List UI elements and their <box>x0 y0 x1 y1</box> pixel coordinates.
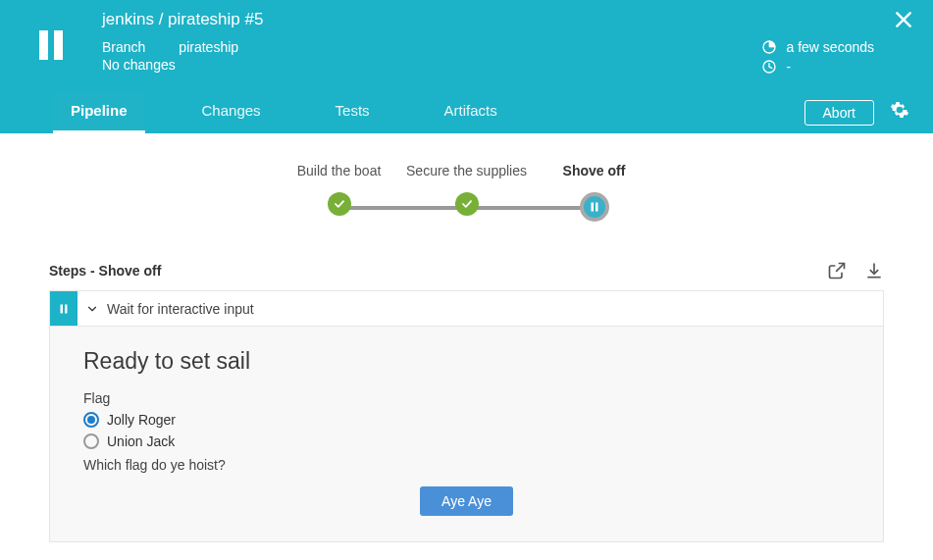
tab-artifacts[interactable]: Artifacts <box>427 92 515 133</box>
svg-rect-6 <box>61 304 64 313</box>
download-icon <box>864 261 884 280</box>
submit-button[interactable]: Aye Aye <box>420 486 513 516</box>
svg-rect-4 <box>591 203 594 212</box>
stage-connector <box>338 206 466 210</box>
radio-label: Jolly Roger <box>107 412 176 428</box>
svg-rect-5 <box>596 203 598 212</box>
radio-label: Union Jack <box>107 433 175 449</box>
changes-text: No changes <box>102 57 238 73</box>
completed-text: - <box>787 59 792 75</box>
svg-rect-1 <box>54 30 63 60</box>
stage-label: Secure the supplies <box>406 163 527 178</box>
tab-label: Pipeline <box>71 102 128 119</box>
tab-tests[interactable]: Tests <box>318 92 388 133</box>
svg-rect-7 <box>65 304 68 313</box>
stage-label: Build the boat <box>297 163 382 178</box>
stage-node[interactable]: Build the boat <box>276 163 403 216</box>
expand-toggle[interactable] <box>78 291 107 326</box>
stage-status-running-icon <box>580 192 609 222</box>
clock-icon <box>761 59 777 75</box>
abort-button[interactable]: Abort <box>804 100 874 126</box>
radio-icon <box>83 412 99 428</box>
help-text: Which flag do ye hoist? <box>83 457 850 473</box>
tab-label: Tests <box>336 102 370 119</box>
duration-icon <box>761 39 777 55</box>
field-label: Flag <box>83 390 850 406</box>
duration-text: a few seconds <box>787 39 875 55</box>
stage-graph: Build the boat Secure the supplies Shove… <box>0 133 933 261</box>
settings-button[interactable] <box>890 100 909 120</box>
stage-status-done-icon <box>455 192 479 216</box>
branch-value: pirateship <box>179 39 238 55</box>
tab-label: Artifacts <box>444 102 497 119</box>
radio-icon <box>83 433 99 449</box>
tab-label: Changes <box>202 102 261 119</box>
gear-icon <box>890 100 909 120</box>
radio-option[interactable]: Jolly Roger <box>83 412 850 428</box>
download-log-button[interactable] <box>864 261 884 280</box>
run-status-icon <box>20 14 82 76</box>
tab-pipeline[interactable]: Pipeline <box>53 92 145 133</box>
step-status-icon <box>50 291 78 326</box>
step-header[interactable]: Wait for interactive input <box>50 291 883 327</box>
tab-changes[interactable]: Changes <box>184 92 279 133</box>
close-icon <box>894 10 913 29</box>
step-name: Wait for interactive input <box>107 291 883 326</box>
tabs: Pipeline Changes Tests Artifacts <box>53 92 804 133</box>
stage-connector <box>466 206 594 210</box>
stage-node[interactable]: Shove off <box>531 163 658 222</box>
svg-rect-0 <box>39 30 48 60</box>
stage-label: Shove off <box>563 163 626 178</box>
step-body: Ready to set sail Flag Jolly Roger Union… <box>50 327 883 541</box>
close-button[interactable] <box>894 10 913 32</box>
open-external-icon <box>827 261 847 280</box>
run-header: jenkins / pirateship #5 Branch pirateshi… <box>0 0 933 133</box>
open-log-button[interactable] <box>827 261 847 280</box>
input-heading: Ready to set sail <box>83 348 850 375</box>
branch-label: Branch <box>102 39 145 55</box>
steps-title: Steps - Shove off <box>49 263 161 279</box>
stage-status-done-icon <box>328 192 351 216</box>
breadcrumb: jenkins / pirateship #5 <box>102 10 913 29</box>
chevron-down-icon <box>85 302 99 316</box>
step-card: Wait for interactive input Ready to set … <box>49 290 884 542</box>
radio-option[interactable]: Union Jack <box>83 433 850 449</box>
